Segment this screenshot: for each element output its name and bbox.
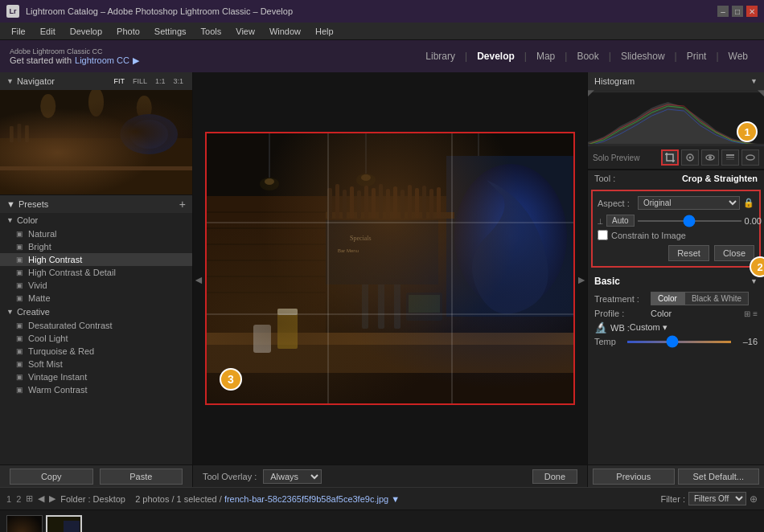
preset-high-contrast-detail[interactable]: ▣High Contrast & Detail: [0, 266, 192, 279]
profile-grid-icon[interactable]: ⊞: [744, 309, 750, 318]
crop-tool-button[interactable]: [661, 149, 679, 166]
module-book[interactable]: Book: [570, 47, 605, 65]
preset-group-creative-header[interactable]: ▼ Creative: [0, 305, 192, 319]
menu-view[interactable]: View: [229, 25, 261, 38]
preset-cool-light[interactable]: ▣Cool Light: [0, 332, 192, 345]
angle-tool-icon[interactable]: ⟂: [598, 216, 603, 226]
preset-group-creative: ▼ Creative ▣Desaturated Contrast ▣Cool L…: [0, 305, 192, 396]
temp-slider[interactable]: [627, 341, 731, 343]
aspect-label: Aspect :: [598, 198, 638, 208]
presets-panel: ▼ Presets + ▼ Color ▣Natural ▣Bright ▣Hi…: [0, 195, 192, 464]
preset-desaturated[interactable]: ▣Desaturated Contrast: [0, 319, 192, 332]
navigator-header: ▼ Navigator FIT FILL 1:1 3:1: [0, 72, 192, 90]
histogram-arrow[interactable]: ▼: [750, 77, 758, 85]
menu-develop[interactable]: Develop: [64, 25, 109, 38]
preset-natural[interactable]: ▣Natural: [0, 227, 192, 240]
copy-button[interactable]: Copy: [10, 469, 93, 485]
nav-preview-svg: [0, 90, 192, 194]
menu-window[interactable]: Window: [263, 25, 307, 38]
svg-text:Bar Menu: Bar Menu: [338, 248, 359, 253]
minimize-button[interactable]: –: [717, 6, 729, 17]
basic-arrow[interactable]: ▼: [750, 277, 758, 285]
preset-vivid[interactable]: ▣Vivid: [0, 279, 192, 292]
left-panel-toggle[interactable]: ◄: [193, 273, 204, 286]
zoom-3-1[interactable]: 3:1: [170, 76, 186, 86]
radial-filter-button[interactable]: [741, 149, 759, 166]
preset-turquoise[interactable]: ▣Turquoise & Red: [0, 345, 192, 358]
preset-matte[interactable]: ▣Matte: [0, 292, 192, 305]
graduated-filter-button[interactable]: [721, 149, 739, 166]
module-map[interactable]: Map: [530, 47, 561, 65]
menu-settings[interactable]: Settings: [148, 25, 193, 38]
menu-photo[interactable]: Photo: [110, 25, 146, 38]
paste-button[interactable]: Paste: [100, 469, 183, 485]
module-web[interactable]: Web: [722, 47, 754, 65]
page-1-button[interactable]: 1: [6, 494, 11, 504]
wb-label: WB :: [610, 323, 630, 333]
filename[interactable]: french-bar-58c2365f5f9b58af5ce3fe9c.jpg: [224, 494, 388, 504]
zoom-1-1[interactable]: 1:1: [153, 76, 168, 86]
presets-title: Presets: [18, 199, 176, 209]
preset-icon-high-contrast: ▣: [16, 256, 23, 264]
menu-help[interactable]: Help: [309, 25, 340, 38]
bw-treatment-button[interactable]: Black & White: [684, 292, 749, 305]
brand-product[interactable]: Lightroom CC: [75, 55, 129, 65]
photos-info: 2 photos / 1 selected /: [135, 494, 222, 504]
filmstrip-thumb-2[interactable]: [46, 515, 82, 533]
preset-high-contrast[interactable]: ▣High Contrast: [0, 253, 192, 266]
zoom-fit[interactable]: FIT: [111, 76, 127, 86]
page-2-button[interactable]: 2: [16, 494, 21, 504]
auto-button[interactable]: Auto: [606, 215, 635, 227]
prev-nav-icon[interactable]: ◀: [38, 493, 44, 504]
healing-tool-button[interactable]: [681, 149, 699, 166]
tool-overlay-select[interactable]: Always Auto Never Selected: [263, 469, 322, 484]
filter-select[interactable]: Filters Off Flagged Unflagged Rejected: [688, 492, 746, 505]
module-develop[interactable]: Develop: [470, 47, 521, 65]
aspect-lock-icon[interactable]: 🔒: [743, 198, 754, 208]
grid-view-icon[interactable]: ⊞: [26, 493, 33, 504]
wb-value[interactable]: Custom ▾: [630, 322, 758, 333]
preset-bright[interactable]: ▣Bright: [0, 240, 192, 253]
module-slideshow[interactable]: Slideshow: [614, 47, 672, 65]
profile-list-icon[interactable]: ≡: [753, 309, 758, 318]
close-crop-button[interactable]: Close: [714, 245, 754, 261]
reset-button[interactable]: Reset: [668, 245, 709, 261]
add-preset-button[interactable]: +: [179, 198, 186, 211]
preset-icon-turquoise: ▣: [16, 347, 23, 355]
zoom-fill[interactable]: FILL: [130, 76, 150, 86]
profile-label: Profile :: [594, 309, 651, 318]
filter-options-icon[interactable]: ⊕: [750, 493, 758, 505]
menu-tools[interactable]: Tools: [195, 25, 228, 38]
set-default-button[interactable]: Set Default...: [678, 469, 760, 485]
preset-vintage-instant[interactable]: ▣Vintage Instant: [0, 370, 192, 383]
preset-group-color-header[interactable]: ▼ Color: [0, 213, 192, 227]
next-nav-icon[interactable]: ▶: [49, 493, 55, 504]
constrain-checkbox[interactable]: [598, 230, 608, 240]
brand-arrow[interactable]: ▶: [133, 55, 139, 66]
module-print[interactable]: Print: [680, 47, 713, 65]
close-button[interactable]: ✕: [746, 6, 758, 17]
menu-file[interactable]: File: [5, 25, 32, 38]
angle-slider[interactable]: [638, 220, 741, 222]
aspect-select[interactable]: Original As Shot 1x1 4x5 8x10: [638, 196, 740, 210]
navigator-collapse-icon[interactable]: ▼: [6, 77, 14, 85]
eyedropper-icon[interactable]: 🔬: [594, 321, 607, 334]
module-library[interactable]: Library: [419, 47, 462, 65]
preset-soft-mist[interactable]: ▣Soft Mist: [0, 358, 192, 370]
svg-rect-73: [588, 90, 764, 92]
filename-dropdown-icon[interactable]: ▼: [391, 494, 400, 504]
title-bar: Lr Lightroom Catalog – Adobe Photoshop L…: [0, 0, 764, 23]
main-photo[interactable]: Specials Bar Menu: [205, 132, 575, 405]
menu-edit[interactable]: Edit: [34, 25, 62, 38]
red-eye-button[interactable]: [701, 149, 719, 166]
previous-button[interactable]: Previous: [593, 469, 675, 485]
basic-section: Basic ▼ Treatment : Color Black & White …: [588, 271, 764, 354]
preset-warm-contrast[interactable]: ▣Warm Contrast: [0, 383, 192, 396]
filmstrip-thumb-1[interactable]: [6, 515, 43, 533]
right-panel-toggle[interactable]: ►: [576, 273, 587, 286]
tool-overlay-bar: Tool Overlay : Always Auto Never Selecte…: [193, 464, 587, 487]
done-button[interactable]: Done: [532, 469, 577, 484]
color-treatment-button[interactable]: Color: [651, 292, 684, 305]
maximize-button[interactable]: □: [732, 6, 743, 17]
presets-collapse-icon[interactable]: ▼: [6, 199, 15, 209]
